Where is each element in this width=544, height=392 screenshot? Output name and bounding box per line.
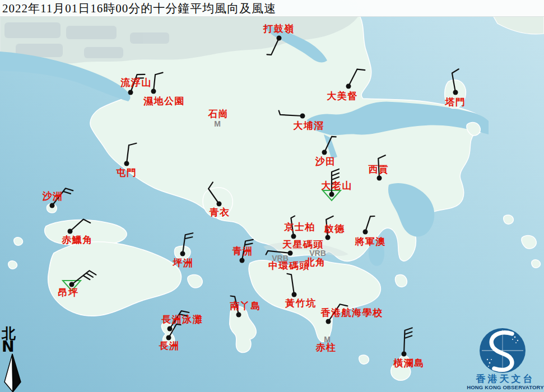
compass: 北 N xyxy=(2,326,26,353)
station-label: 昂坪 xyxy=(58,287,79,298)
station-dot xyxy=(217,202,222,207)
station-label: 沙洲 xyxy=(42,191,63,202)
station-dot xyxy=(377,176,382,181)
station-label: 屯門 xyxy=(116,167,137,178)
station-dot xyxy=(453,90,458,95)
station-dot xyxy=(322,150,327,155)
station-dot xyxy=(69,282,75,287)
title-bar: 2022年11月01日16時00分的十分鐘平均風向及風速 xyxy=(0,0,544,17)
station-dot xyxy=(326,235,331,240)
station-dot xyxy=(292,292,297,297)
wind-map-screenshot: 打鼓嶺流浮山濕地公園M石崗大美督塔門大埔滘沙田屯門西貢沙洲大老山青衣赤鱲角京士柏… xyxy=(0,0,544,392)
station-label: 北角 xyxy=(305,257,326,268)
station-label: 中環碼頭 xyxy=(268,260,310,271)
station-label: 大老山 xyxy=(321,180,352,191)
station-label: 橫瀾島 xyxy=(393,358,425,368)
station-dot xyxy=(346,84,351,89)
station-dot xyxy=(288,251,293,256)
station-label: 打鼓嶺 xyxy=(263,24,295,34)
station-dot xyxy=(180,251,185,256)
station-dot xyxy=(151,89,156,94)
station-dot xyxy=(50,203,55,208)
hko-name-chinese: 香港天文台 xyxy=(467,374,544,384)
station-label: 濕地公園 xyxy=(143,96,185,106)
station-dot xyxy=(168,326,173,332)
map-title: 2022年11月01日16時00分的十分鐘平均風向及風速 xyxy=(0,1,276,16)
station-dot xyxy=(240,258,245,263)
station-dot xyxy=(402,352,407,357)
station-label: 大埔滘 xyxy=(293,120,324,131)
station-label: 南丫島 xyxy=(230,301,261,311)
station-dot xyxy=(68,229,73,234)
station-label: 沙田 xyxy=(315,156,336,167)
station-dot xyxy=(236,312,241,318)
hko-name-english: HONG KONG OBSERVATORY xyxy=(467,384,544,391)
station-dot xyxy=(329,192,334,197)
station-label: 石崗 xyxy=(208,109,229,119)
station-dot xyxy=(166,335,171,340)
station-dot xyxy=(277,36,282,41)
station-dot xyxy=(128,90,133,95)
station-dot xyxy=(300,114,305,119)
status-text: M xyxy=(214,119,221,128)
station-label: 坪洲 xyxy=(173,258,194,268)
station-label: 赤柱 xyxy=(315,342,337,353)
status-text: VRB xyxy=(309,249,326,258)
station-label: 啟德 xyxy=(324,223,345,234)
station-label: 將軍澳 xyxy=(354,236,386,247)
station-label: 青洲 xyxy=(233,246,253,256)
station-dot xyxy=(363,230,368,235)
station-label: 西貢 xyxy=(368,164,389,175)
station-label: 長洲泳灘 xyxy=(161,314,203,325)
station-label: 青衣 xyxy=(210,207,230,218)
station-dot xyxy=(291,234,296,239)
station-label: 香港航海學校 xyxy=(320,307,383,318)
hong-kong-map: 打鼓嶺流浮山濕地公園M石崗大美督塔門大埔滘沙田屯門西貢沙洲大老山青衣赤鱲角京士柏… xyxy=(0,0,544,392)
hko-logo-text: 香港天文台 HONG KONG OBSERVATORY xyxy=(467,374,544,391)
station-label: 長洲 xyxy=(159,340,180,351)
station-label: 流浮山 xyxy=(120,77,152,88)
hko-logo-icon xyxy=(480,328,526,373)
station-label: 黃竹坑 xyxy=(285,297,317,309)
station-label: 赤鱲角 xyxy=(61,235,93,245)
station-dot xyxy=(124,161,129,166)
station-dot xyxy=(326,319,331,324)
compass-north-letter: N xyxy=(2,340,26,353)
station-label: 大美督 xyxy=(327,90,358,101)
station-label: 京士柏 xyxy=(283,222,315,232)
station-label: 塔門 xyxy=(445,97,466,108)
